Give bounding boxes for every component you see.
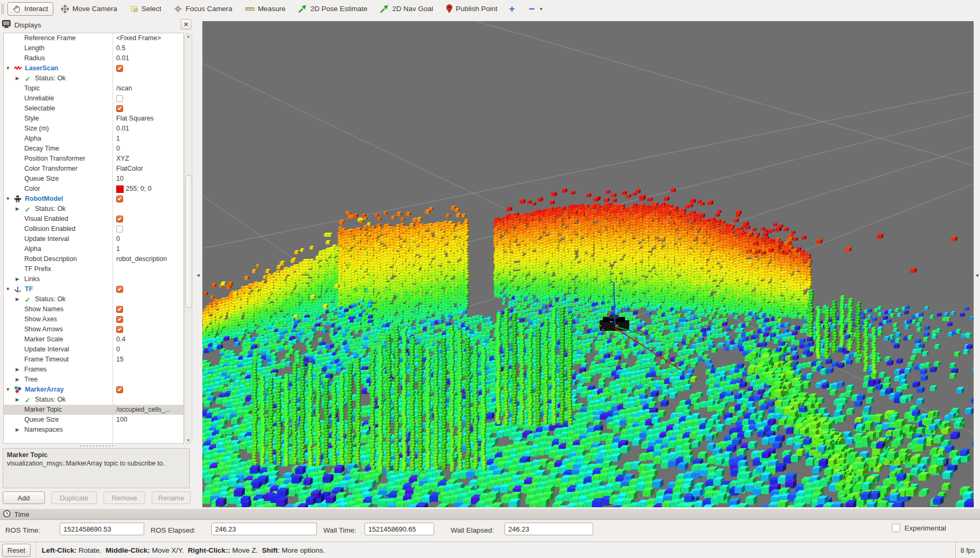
- expander-closed-icon[interactable]: ▶: [14, 375, 21, 385]
- property-row-status-ok[interactable]: ▶✓Status: Ok: [4, 294, 183, 304]
- property-row-queue-size[interactable]: Queue Size10: [4, 174, 183, 184]
- scroll-up-icon[interactable]: ▲: [185, 34, 192, 39]
- tool-button-interact[interactable]: Interact: [7, 2, 53, 16]
- tool-button-publish-point[interactable]: Publish Point: [441, 2, 503, 16]
- time-field-input-ros-time-[interactable]: [60, 523, 144, 535]
- expander-open-icon[interactable]: ▼: [5, 284, 11, 294]
- add-tool-button[interactable]: +: [505, 3, 519, 15]
- row-value[interactable]: ✔: [113, 63, 183, 73]
- property-checkbox[interactable]: ✔: [116, 306, 123, 313]
- row-value[interactable]: 1: [113, 134, 183, 144]
- row-value[interactable]: 15: [113, 355, 183, 365]
- row-value[interactable]: 0.5: [113, 43, 183, 53]
- row-value[interactable]: 0.4: [113, 334, 183, 345]
- property-row-marker-topic[interactable]: Marker Topic/occupied_cells_...: [4, 405, 183, 415]
- expander-closed-icon[interactable]: ▶: [14, 294, 21, 304]
- property-row-tree[interactable]: ▶Tree: [4, 375, 183, 385]
- property-checkbox[interactable]: ✔: [116, 216, 123, 222]
- row-value[interactable]: XYZ: [113, 154, 183, 164]
- row-value[interactable]: [113, 94, 183, 104]
- property-row-length[interactable]: Length0.5: [4, 43, 183, 53]
- scroll-down-icon[interactable]: ▼: [185, 438, 192, 443]
- property-checkbox[interactable]: [116, 226, 123, 232]
- time-field-input-wall-elapsed-[interactable]: [505, 523, 593, 535]
- row-value[interactable]: 0.01: [113, 124, 183, 134]
- row-value[interactable]: 100: [113, 415, 183, 425]
- property-checkbox[interactable]: ✔: [116, 326, 123, 333]
- property-row-color[interactable]: Color255; 0; 0: [4, 184, 183, 194]
- property-row-tf-prefix[interactable]: TF Prefix: [4, 264, 183, 274]
- property-row-selectable[interactable]: Selectable✔: [4, 104, 183, 114]
- tool-button-focus-camera[interactable]: Focus Camera: [169, 2, 238, 16]
- expander-open-icon[interactable]: ▼: [5, 385, 11, 395]
- property-row-status-ok[interactable]: ▶✓Status: Ok: [4, 395, 183, 405]
- expander-closed-icon[interactable]: ▶: [14, 365, 21, 375]
- property-row-show-axes[interactable]: Show Axes✔: [4, 314, 183, 324]
- remove-tool-dropdown-icon[interactable]: ▾: [540, 6, 543, 12]
- row-value[interactable]: ✔: [113, 304, 183, 314]
- add-button[interactable]: Add: [3, 491, 45, 504]
- property-row-alpha[interactable]: Alpha1: [4, 134, 183, 144]
- row-value[interactable]: ✔: [113, 314, 183, 324]
- row-value[interactable]: [113, 264, 183, 274]
- rename-button[interactable]: Rename: [152, 491, 191, 504]
- row-value[interactable]: /scan: [113, 83, 183, 94]
- toolbar-grip[interactable]: [1, 4, 4, 14]
- collapse-left-icon[interactable]: ◂: [197, 272, 200, 278]
- property-row-unreliable[interactable]: Unreliable: [4, 94, 183, 104]
- row-value[interactable]: 0.01: [113, 53, 183, 63]
- time-field-input-ros-elapsed-[interactable]: [211, 523, 317, 535]
- expander-closed-icon[interactable]: ▶: [14, 73, 21, 83]
- duplicate-button[interactable]: Duplicate: [51, 491, 97, 504]
- property-row-namespaces[interactable]: ▶Namespaces: [4, 425, 183, 435]
- row-value[interactable]: /occupied_cells_...: [113, 405, 183, 415]
- property-row-radius[interactable]: Radius0.01: [4, 53, 183, 63]
- property-row-decay-time[interactable]: Decay Time0: [4, 144, 183, 154]
- reset-button[interactable]: Reset: [2, 544, 31, 557]
- row-value[interactable]: ✔: [113, 324, 183, 334]
- display-row-markerarray[interactable]: ▼MarkerArray✔: [4, 385, 183, 395]
- display-row-laserscan[interactable]: ▼LaserScan✔: [4, 63, 183, 73]
- row-value[interactable]: ✔: [113, 214, 183, 224]
- property-checkbox[interactable]: [116, 95, 123, 102]
- row-value[interactable]: 1: [113, 244, 183, 254]
- panel-collapse-strip-right[interactable]: ◂: [974, 21, 980, 507]
- property-row-queue-size[interactable]: Queue Size100: [4, 415, 183, 425]
- property-row-robot-description[interactable]: Robot Descriptionrobot_description: [4, 254, 183, 264]
- panel-collapse-strip-left[interactable]: ◂: [194, 21, 202, 507]
- property-row-show-arrows[interactable]: Show Arrows✔: [4, 324, 183, 334]
- row-value[interactable]: ✔: [113, 385, 183, 395]
- row-value[interactable]: 10: [113, 174, 183, 184]
- property-row-topic[interactable]: Topic/scan: [4, 83, 183, 94]
- property-row-update-interval[interactable]: Update Interval0: [4, 234, 183, 244]
- close-icon[interactable]: ✕: [181, 19, 191, 30]
- property-row-collision-enabled[interactable]: Collision Enabled: [4, 224, 183, 234]
- row-value[interactable]: 0: [113, 234, 183, 244]
- property-row-status-ok[interactable]: ▶✓Status: Ok: [4, 73, 183, 83]
- remove-tool-button[interactable]: −: [521, 3, 537, 15]
- tool-button-measure[interactable]: Measure: [240, 2, 291, 16]
- row-value[interactable]: 0: [113, 345, 183, 355]
- row-value[interactable]: ✔: [113, 104, 183, 114]
- property-row-show-names[interactable]: Show Names✔: [4, 304, 183, 314]
- expander-closed-icon[interactable]: ▶: [14, 204, 21, 214]
- property-row-status-ok[interactable]: ▶✓Status: Ok: [4, 204, 183, 214]
- display-enable-checkbox[interactable]: ✔: [116, 386, 123, 393]
- property-row-color-transformer[interactable]: Color TransformerFlatColor: [4, 164, 183, 174]
- expander-closed-icon[interactable]: ▶: [14, 274, 21, 284]
- row-value[interactable]: FlatColor: [113, 164, 183, 174]
- remove-button[interactable]: Remove: [104, 491, 146, 504]
- expander-open-icon[interactable]: ▼: [5, 194, 11, 204]
- property-row-frame-timeout[interactable]: Frame Timeout15: [4, 355, 183, 365]
- row-value[interactable]: ✔: [113, 284, 183, 294]
- expander-closed-icon[interactable]: ▶: [14, 395, 21, 405]
- row-value[interactable]: robot_description: [113, 254, 183, 264]
- property-row-position-transformer[interactable]: Position TransformerXYZ: [4, 154, 183, 164]
- display-enable-checkbox[interactable]: ✔: [116, 65, 123, 72]
- row-value[interactable]: Flat Squares: [113, 114, 183, 124]
- property-checkbox[interactable]: ✔: [116, 105, 123, 112]
- 3d-viewport[interactable]: [202, 21, 974, 507]
- time-field-input-wall-time-[interactable]: [365, 523, 434, 535]
- tool-button-select[interactable]: Select: [125, 2, 167, 16]
- row-value[interactable]: 255; 0; 0: [113, 184, 183, 194]
